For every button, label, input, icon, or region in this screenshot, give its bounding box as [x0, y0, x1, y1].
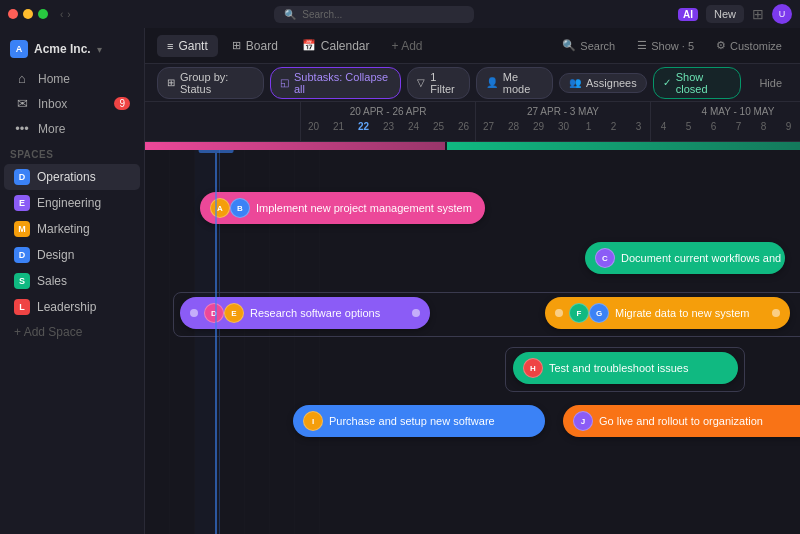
me-mode-filter[interactable]: 👤 Me mode	[476, 67, 553, 99]
filter-label: 1 Filter	[430, 71, 459, 95]
sidebar-item-home[interactable]: ⌂ Home	[4, 66, 140, 91]
sidebar-item-operations[interactable]: D Operations	[4, 164, 140, 190]
task-pill[interactable]: I Purchase and setup new software	[293, 405, 545, 437]
tab-board[interactable]: ⊞ Board	[222, 35, 288, 57]
search-action[interactable]: 🔍 Search	[556, 36, 621, 55]
week-days: 27 28 29 30 1 2 3	[476, 119, 650, 134]
filter-button[interactable]: ▽ 1 Filter	[407, 67, 469, 99]
task-avatar: B	[230, 198, 250, 218]
maximize-button[interactable]	[38, 9, 48, 19]
customize-action[interactable]: ⚙ Customize	[710, 36, 788, 55]
sidebar-item-inbox[interactable]: ✉ Inbox 9	[4, 91, 140, 116]
week-days: 20 21 22 23 24 25 26	[301, 119, 475, 134]
calendar-icon: 📅	[302, 39, 316, 52]
add-tab-label: + Add	[392, 39, 423, 53]
search-input[interactable]: 🔍 Search...	[274, 6, 474, 23]
sidebar-item-leadership[interactable]: L Leadership	[4, 294, 140, 320]
subtasks-filter[interactable]: ◱ Subtasks: Collapse all	[270, 67, 401, 99]
sidebar-item-more[interactable]: ••• More	[4, 116, 140, 141]
ai-badge[interactable]: AI	[678, 8, 698, 21]
search-placeholder: Search...	[302, 9, 342, 20]
add-tab-button[interactable]: + Add	[384, 35, 431, 57]
date-day: 7	[726, 119, 751, 134]
task-avatar: A	[210, 198, 230, 218]
tab-actions: 🔍 Search ☰ Show · 5 ⚙ Customize	[556, 36, 788, 55]
minimize-button[interactable]	[23, 9, 33, 19]
sidebar-item-design[interactable]: D Design	[4, 242, 140, 268]
date-day: 9	[776, 119, 800, 134]
sidebar-item-marketing[interactable]: M Marketing	[4, 216, 140, 242]
sidebar-item-engineering[interactable]: E Engineering	[4, 190, 140, 216]
search-icon: 🔍	[284, 9, 296, 20]
home-icon: ⌂	[14, 71, 30, 86]
inbox-badge: 9	[114, 97, 130, 110]
task-pill[interactable]: C Document current workflows and process…	[585, 242, 785, 274]
tab-label: Board	[246, 39, 278, 53]
chevron-down-icon: ▾	[97, 44, 102, 55]
show-closed-filter[interactable]: ✓ Show closed	[653, 67, 742, 99]
traffic-lights	[8, 9, 48, 19]
space-label: Operations	[37, 170, 96, 184]
add-space-button[interactable]: + Add Space	[4, 320, 140, 344]
new-button[interactable]: New	[706, 5, 744, 23]
tab-calendar[interactable]: 📅 Calendar	[292, 35, 380, 57]
workspace-icon: A	[10, 40, 28, 58]
inbox-icon: ✉	[14, 96, 30, 111]
back-arrow[interactable]: ‹	[60, 9, 63, 20]
hide-button[interactable]: Hide	[753, 74, 788, 92]
spaces-label: Spaces	[0, 141, 144, 164]
avatar[interactable]: U	[772, 4, 792, 24]
task-pill[interactable]: H Test and troubleshoot issues	[513, 352, 738, 384]
progress-strips	[145, 142, 800, 150]
drag-handle-left	[555, 309, 563, 317]
group-by-filter[interactable]: ⊞ Group by: Status	[157, 67, 264, 99]
task-avatar: E	[224, 303, 244, 323]
space-icon: D	[14, 247, 30, 263]
space-icon: D	[14, 169, 30, 185]
gantt-header: 20 APR - 26 APR 20 21 22 23 24 25 26	[145, 102, 800, 142]
today-line: TODAY	[215, 142, 217, 534]
date-day: 6	[701, 119, 726, 134]
content-area: ≡ Gantt ⊞ Board 📅 Calendar + Add 🔍	[145, 28, 800, 534]
task-pill[interactable]: J Go live and rollout to organization	[563, 405, 800, 437]
task-label: Purchase and setup new software	[329, 415, 495, 427]
board-icon: ⊞	[232, 39, 241, 52]
title-bar-search: 🔍 Search...	[79, 6, 670, 23]
person-icon: 👤	[486, 77, 498, 88]
date-day: 28	[501, 119, 526, 134]
date-day-today: 22	[351, 119, 376, 134]
task-pill[interactable]: A B Implement new project management sys…	[200, 192, 485, 224]
date-day: 5	[676, 119, 701, 134]
space-label: Marketing	[37, 222, 90, 236]
week-1: 20 APR - 26 APR 20 21 22 23 24 25 26	[300, 102, 475, 141]
search-icon: 🔍	[562, 39, 576, 52]
forward-arrow[interactable]: ›	[67, 9, 70, 20]
title-bar-right: AI New ⊞ U	[678, 4, 792, 24]
task-avatar: G	[589, 303, 609, 323]
sidebar-item-sales[interactable]: S Sales	[4, 268, 140, 294]
sidebar-item-label: More	[38, 122, 65, 136]
space-label: Design	[37, 248, 74, 262]
filter-icon: ▽	[417, 77, 425, 88]
search-label: Search	[580, 40, 615, 52]
close-button[interactable]	[8, 9, 18, 19]
filter-label: Subtasks: Collapse all	[294, 71, 391, 95]
date-day: 29	[526, 119, 551, 134]
progress-bar-1	[145, 142, 445, 150]
subtasks-icon: ◱	[280, 77, 289, 88]
tab-gantt[interactable]: ≡ Gantt	[157, 35, 218, 57]
task-pill[interactable]: D E Research software options	[180, 297, 430, 329]
tab-label: Calendar	[321, 39, 370, 53]
progress-bar-2	[447, 142, 800, 150]
show-icon: ☰	[637, 39, 647, 52]
grid-icon[interactable]: ⊞	[752, 6, 764, 22]
customize-label: Customize	[730, 40, 782, 52]
assignees-filter[interactable]: 👥 Assignees	[559, 73, 647, 93]
workspace-header[interactable]: A Acme Inc. ▾	[0, 36, 144, 66]
space-label: Sales	[37, 274, 67, 288]
show-action[interactable]: ☰ Show · 5	[631, 36, 700, 55]
nav-arrows: ‹ ›	[60, 9, 71, 20]
gear-icon: ⚙	[716, 39, 726, 52]
task-label: Migrate data to new system	[615, 307, 750, 319]
task-pill[interactable]: F G Migrate data to new system	[545, 297, 790, 329]
